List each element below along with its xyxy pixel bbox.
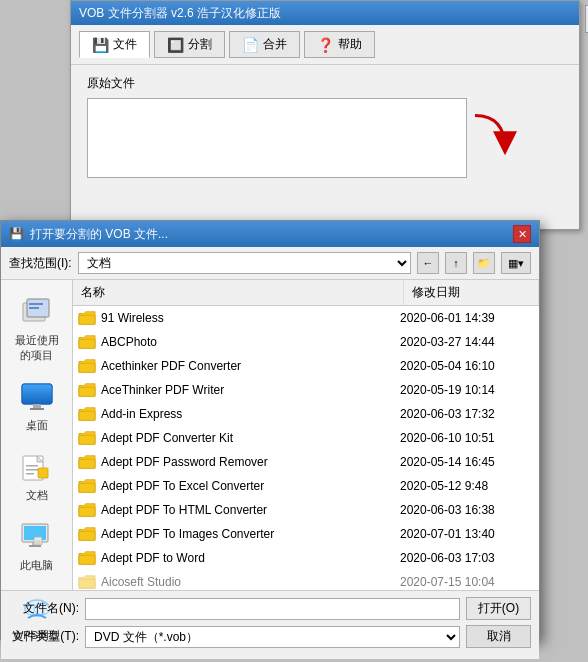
tab-split[interactable]: 🔲 分割 — [154, 31, 225, 58]
sidebar-docs-label: 文档 — [26, 488, 48, 503]
svg-rect-36 — [79, 579, 95, 588]
svg-rect-12 — [26, 465, 38, 467]
sidebar-item-docs[interactable]: 文档 — [5, 445, 69, 507]
list-item[interactable]: Adept PDF to Word2020-06-03 17:03 — [73, 546, 539, 570]
svg-rect-33 — [79, 507, 95, 516]
dialog-titlebar: 💾 打开要分割的 VOB 文件... ✕ — [1, 221, 539, 247]
open-button[interactable]: 打开(O) — [466, 597, 531, 620]
sidebar-item-recent[interactable]: 最近使用的项目 — [5, 290, 69, 367]
cancel-button[interactable]: 取消 — [466, 625, 531, 648]
file-name: AceThinker PDF Writer — [101, 383, 400, 397]
svg-rect-27 — [79, 363, 95, 372]
list-item[interactable]: AceThinker PDF Writer2020-05-19 10:14 — [73, 378, 539, 402]
folder-icon — [77, 572, 97, 590]
list-item[interactable]: Adept PDF To Excel Converter2020-05-12 9… — [73, 474, 539, 498]
col-header-name[interactable]: 名称 — [73, 280, 404, 305]
new-folder-icon: 📁 — [477, 257, 491, 270]
file-date: 2020-03-27 14:44 — [400, 335, 535, 349]
close-icon: ✕ — [518, 228, 527, 241]
tab-help[interactable]: ❓ 帮助 — [304, 31, 375, 58]
svg-rect-14 — [26, 473, 34, 475]
vob-section-label: 原始文件 — [87, 75, 563, 92]
filetype-select[interactable]: DVD 文件（*.vob） — [85, 626, 460, 648]
svg-rect-10 — [30, 408, 44, 410]
file-date: 2020-07-15 10:04 — [400, 575, 535, 589]
svg-rect-21 — [36, 541, 40, 544]
filetype-row: 文件类型(T): DVD 文件（*.vob） 取消 — [9, 625, 531, 648]
dialog-title: 打开要分割的 VOB 文件... — [30, 226, 168, 243]
sidebar-recent-label: 最近使用的项目 — [15, 333, 59, 363]
svg-rect-29 — [79, 411, 95, 420]
folder-icon — [77, 356, 97, 376]
list-item[interactable]: Adept PDF Password Remover2020-05-14 16:… — [73, 450, 539, 474]
vob-title: VOB 文件分割器 v2.6 浩子汉化修正版 — [79, 5, 281, 22]
folder-icon — [77, 404, 97, 424]
tab-merge[interactable]: 📄 合并 — [229, 31, 300, 58]
file-name: Adept PDF to Word — [101, 551, 400, 565]
list-item[interactable]: Aicoseft Studio2020-07-15 10:04 — [73, 570, 539, 590]
file-date: 2020-06-01 14:39 — [400, 311, 535, 325]
sidebar-item-desktop[interactable]: 桌面 — [5, 375, 69, 437]
location-label: 查找范围(I): — [9, 255, 72, 272]
open-button-label: 打开(O) — [478, 600, 519, 617]
filename-input[interactable] — [85, 598, 460, 620]
file-date: 2020-05-19 10:14 — [400, 383, 535, 397]
dialog-sidebar: 最近使用的项目 — [1, 280, 73, 590]
col-header-date[interactable]: 修改日期 — [404, 280, 539, 305]
svg-rect-15 — [38, 468, 48, 478]
dialog-filelist: 名称 修改日期 91 Wireless2020-06-01 14:39 ABCP… — [73, 280, 539, 590]
location-select[interactable]: 文档 — [78, 252, 411, 274]
vob-toolbar: 💾 文件 🔲 分割 📄 合并 ❓ 帮助 — [71, 25, 579, 65]
dialog-title-left: 💾 打开要分割的 VOB 文件... — [9, 226, 168, 243]
help-tab-icon: ❓ — [317, 37, 334, 53]
recent-icon — [19, 294, 55, 330]
file-name: Adept PDF Converter Kit — [101, 431, 400, 445]
filename-row: 文件名(N): 打开(O) — [9, 597, 531, 620]
file-name: Add-in Express — [101, 407, 400, 421]
split-tab-label: 分割 — [188, 36, 212, 53]
list-item[interactable]: Add-in Express2020-06-03 17:32 — [73, 402, 539, 426]
svg-rect-6 — [29, 307, 39, 309]
list-item[interactable]: Acethinker PDF Converter2020-05-04 16:10 — [73, 354, 539, 378]
svg-rect-8 — [22, 384, 52, 404]
split-tab-icon: 🔲 — [167, 37, 184, 53]
list-item[interactable]: Adept PDF To HTML Converter2020-06-03 16… — [73, 498, 539, 522]
sidebar-item-pc[interactable]: 此电脑 — [5, 515, 69, 577]
folder-icon — [77, 524, 97, 544]
dialog-bottom: 文件名(N): 打开(O) 文件类型(T): DVD 文件（*.vob） 取消 — [1, 590, 539, 659]
file-name: Adept PDF Password Remover — [101, 455, 400, 469]
vob-window: VOB 文件分割器 v2.6 浩子汉化修正版 💾 文件 🔲 分割 📄 合并 ❓ … — [70, 0, 580, 230]
back-icon: ← — [423, 257, 434, 269]
docs-icon — [19, 449, 55, 485]
vob-filebox — [87, 98, 467, 178]
nav-back-button[interactable]: ← — [417, 252, 439, 274]
desktop-icon — [19, 379, 55, 415]
file-name: Acethinker PDF Converter — [101, 359, 400, 373]
svg-rect-34 — [79, 531, 95, 540]
folder-icon — [77, 308, 97, 328]
svg-rect-25 — [79, 315, 95, 324]
vob-content: 原始文件 — [71, 65, 579, 188]
nav-new-folder-button[interactable]: 📁 — [473, 252, 495, 274]
file-name: Adept PDF To Excel Converter — [101, 479, 400, 493]
list-item[interactable]: ABCPhoto2020-03-27 14:44 — [73, 330, 539, 354]
filename-label: 文件名(N): — [9, 600, 79, 617]
nav-up-button[interactable]: ↑ — [445, 252, 467, 274]
list-item[interactable]: 91 Wireless2020-06-01 14:39 — [73, 306, 539, 330]
view-toggle-button[interactable]: ▦▾ — [501, 252, 531, 274]
list-item[interactable]: Adept PDF Converter Kit2020-06-10 10:51 — [73, 426, 539, 450]
dialog-close-button[interactable]: ✕ — [513, 225, 531, 243]
file-date: 2020-06-03 16:38 — [400, 503, 535, 517]
file-date: 2020-06-03 17:32 — [400, 407, 535, 421]
svg-rect-9 — [33, 404, 41, 408]
svg-rect-31 — [79, 459, 95, 468]
file-date: 2020-05-14 16:45 — [400, 455, 535, 469]
cancel-button-label: 取消 — [487, 628, 511, 645]
file-name: Aicoseft Studio — [101, 575, 400, 589]
tab-file[interactable]: 💾 文件 — [79, 31, 150, 58]
svg-rect-32 — [79, 483, 95, 492]
filelist-scroll[interactable]: 91 Wireless2020-06-01 14:39 ABCPhoto2020… — [73, 306, 539, 590]
dialog-window: 💾 打开要分割的 VOB 文件... ✕ 查找范围(I): 文档 ← ↑ 📁 ▦… — [0, 220, 540, 640]
list-item[interactable]: Adept PDF To Images Converter2020-07-01 … — [73, 522, 539, 546]
folder-icon — [77, 476, 97, 496]
